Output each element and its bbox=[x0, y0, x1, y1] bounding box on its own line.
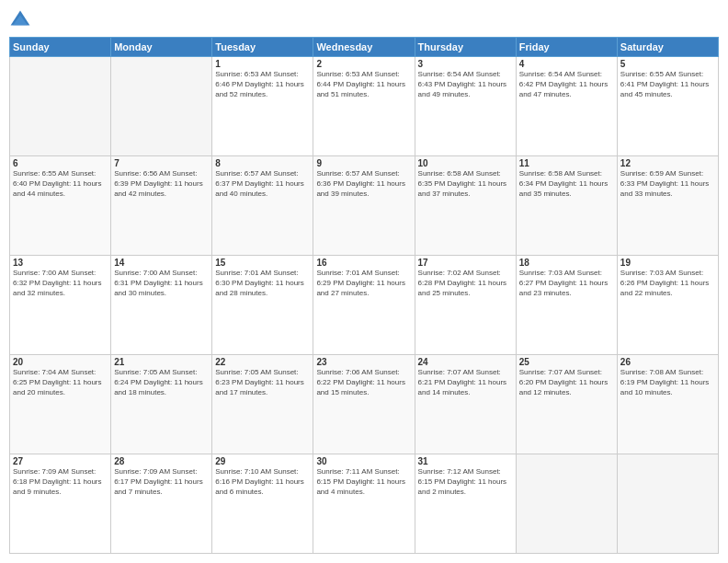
calendar-cell: 4Sunrise: 6:54 AM Sunset: 6:42 PM Daylig… bbox=[516, 57, 617, 156]
logo bbox=[9, 9, 35, 31]
day-detail: Sunrise: 7:02 AM Sunset: 6:28 PM Dayligh… bbox=[418, 269, 513, 298]
day-detail: Sunrise: 6:55 AM Sunset: 6:41 PM Dayligh… bbox=[620, 70, 715, 99]
day-detail: Sunrise: 6:55 AM Sunset: 6:40 PM Dayligh… bbox=[13, 169, 108, 199]
day-detail: Sunrise: 7:11 AM Sunset: 6:15 PM Dayligh… bbox=[316, 467, 411, 497]
day-number: 24 bbox=[418, 357, 513, 367]
day-detail: Sunrise: 6:59 AM Sunset: 6:33 PM Dayligh… bbox=[620, 169, 715, 199]
day-number: 23 bbox=[316, 357, 411, 367]
calendar-cell: 30Sunrise: 7:11 AM Sunset: 6:15 PM Dayli… bbox=[313, 454, 415, 554]
calendar-cell: 22Sunrise: 7:05 AM Sunset: 6:23 PM Dayli… bbox=[212, 355, 313, 454]
day-number: 30 bbox=[316, 456, 411, 466]
day-detail: Sunrise: 7:10 AM Sunset: 6:16 PM Dayligh… bbox=[215, 467, 310, 497]
day-number: 27 bbox=[13, 456, 108, 466]
calendar-cell: 19Sunrise: 7:03 AM Sunset: 6:26 PM Dayli… bbox=[617, 256, 718, 355]
day-number: 17 bbox=[418, 258, 513, 268]
calendar-cell bbox=[111, 57, 212, 156]
day-number: 10 bbox=[418, 158, 513, 168]
day-number: 4 bbox=[519, 59, 614, 69]
day-number: 18 bbox=[519, 258, 614, 268]
day-detail: Sunrise: 7:07 AM Sunset: 6:21 PM Dayligh… bbox=[418, 368, 513, 397]
day-number: 28 bbox=[114, 456, 209, 466]
calendar-cell: 21Sunrise: 7:05 AM Sunset: 6:24 PM Dayli… bbox=[111, 355, 212, 454]
day-number: 1 bbox=[215, 59, 310, 69]
day-detail: Sunrise: 7:05 AM Sunset: 6:24 PM Dayligh… bbox=[114, 368, 209, 397]
calendar-cell: 9Sunrise: 6:57 AM Sunset: 6:36 PM Daylig… bbox=[313, 156, 415, 256]
calendar-week-4: 20Sunrise: 7:04 AM Sunset: 6:25 PM Dayli… bbox=[10, 355, 719, 454]
day-detail: Sunrise: 6:54 AM Sunset: 6:43 PM Dayligh… bbox=[418, 70, 513, 99]
day-number: 8 bbox=[215, 158, 310, 168]
weekday-header-tuesday: Tuesday bbox=[212, 38, 313, 57]
day-detail: Sunrise: 6:54 AM Sunset: 6:42 PM Dayligh… bbox=[519, 70, 614, 99]
calendar-cell bbox=[617, 454, 718, 554]
day-detail: Sunrise: 7:12 AM Sunset: 6:15 PM Dayligh… bbox=[418, 467, 513, 497]
day-detail: Sunrise: 7:07 AM Sunset: 6:20 PM Dayligh… bbox=[519, 368, 614, 397]
day-detail: Sunrise: 7:06 AM Sunset: 6:22 PM Dayligh… bbox=[316, 368, 411, 397]
calendar-cell: 17Sunrise: 7:02 AM Sunset: 6:28 PM Dayli… bbox=[415, 256, 516, 355]
day-detail: Sunrise: 6:57 AM Sunset: 6:37 PM Dayligh… bbox=[215, 169, 310, 199]
calendar-cell: 24Sunrise: 7:07 AM Sunset: 6:21 PM Dayli… bbox=[415, 355, 516, 454]
day-detail: Sunrise: 7:00 AM Sunset: 6:32 PM Dayligh… bbox=[13, 269, 108, 298]
calendar-cell bbox=[10, 57, 111, 156]
day-detail: Sunrise: 6:58 AM Sunset: 6:34 PM Dayligh… bbox=[519, 169, 614, 199]
calendar-cell: 15Sunrise: 7:01 AM Sunset: 6:30 PM Dayli… bbox=[212, 256, 313, 355]
weekday-header-saturday: Saturday bbox=[617, 38, 718, 57]
calendar-cell: 12Sunrise: 6:59 AM Sunset: 6:33 PM Dayli… bbox=[617, 156, 718, 256]
day-detail: Sunrise: 7:01 AM Sunset: 6:29 PM Dayligh… bbox=[316, 269, 411, 298]
day-number: 31 bbox=[418, 456, 513, 466]
day-detail: Sunrise: 7:03 AM Sunset: 6:27 PM Dayligh… bbox=[519, 269, 614, 298]
weekday-header-monday: Monday bbox=[111, 38, 212, 57]
calendar-cell: 26Sunrise: 7:08 AM Sunset: 6:19 PM Dayli… bbox=[617, 355, 718, 454]
weekday-header-wednesday: Wednesday bbox=[313, 38, 415, 57]
day-number: 16 bbox=[316, 258, 411, 268]
day-number: 25 bbox=[519, 357, 614, 367]
calendar-cell: 10Sunrise: 6:58 AM Sunset: 6:35 PM Dayli… bbox=[415, 156, 516, 256]
calendar-cell: 8Sunrise: 6:57 AM Sunset: 6:37 PM Daylig… bbox=[212, 156, 313, 256]
weekday-header-sunday: Sunday bbox=[10, 38, 111, 57]
day-number: 13 bbox=[13, 258, 108, 268]
calendar-cell: 5Sunrise: 6:55 AM Sunset: 6:41 PM Daylig… bbox=[617, 57, 718, 156]
day-detail: Sunrise: 7:08 AM Sunset: 6:19 PM Dayligh… bbox=[620, 368, 715, 397]
calendar-cell: 11Sunrise: 6:58 AM Sunset: 6:34 PM Dayli… bbox=[516, 156, 617, 256]
day-number: 6 bbox=[13, 158, 108, 168]
calendar-cell: 25Sunrise: 7:07 AM Sunset: 6:20 PM Dayli… bbox=[516, 355, 617, 454]
day-detail: Sunrise: 7:09 AM Sunset: 6:17 PM Dayligh… bbox=[114, 467, 209, 497]
day-number: 21 bbox=[114, 357, 209, 367]
calendar-cell: 7Sunrise: 6:56 AM Sunset: 6:39 PM Daylig… bbox=[111, 156, 212, 256]
calendar-cell: 16Sunrise: 7:01 AM Sunset: 6:29 PM Dayli… bbox=[313, 256, 415, 355]
day-number: 14 bbox=[114, 258, 209, 268]
calendar-cell: 2Sunrise: 6:53 AM Sunset: 6:44 PM Daylig… bbox=[313, 57, 415, 156]
header bbox=[9, 9, 719, 31]
calendar-cell bbox=[516, 454, 617, 554]
day-detail: Sunrise: 6:53 AM Sunset: 6:44 PM Dayligh… bbox=[316, 70, 411, 99]
day-detail: Sunrise: 7:03 AM Sunset: 6:26 PM Dayligh… bbox=[620, 269, 715, 298]
day-detail: Sunrise: 6:53 AM Sunset: 6:46 PM Dayligh… bbox=[215, 70, 310, 99]
calendar-cell: 13Sunrise: 7:00 AM Sunset: 6:32 PM Dayli… bbox=[10, 256, 111, 355]
day-number: 15 bbox=[215, 258, 310, 268]
day-detail: Sunrise: 7:05 AM Sunset: 6:23 PM Dayligh… bbox=[215, 368, 310, 397]
calendar-week-2: 6Sunrise: 6:55 AM Sunset: 6:40 PM Daylig… bbox=[10, 156, 719, 256]
day-detail: Sunrise: 6:56 AM Sunset: 6:39 PM Dayligh… bbox=[114, 169, 209, 199]
calendar-cell: 27Sunrise: 7:09 AM Sunset: 6:18 PM Dayli… bbox=[10, 454, 111, 554]
day-number: 2 bbox=[316, 59, 411, 69]
logo-icon bbox=[9, 9, 31, 31]
day-detail: Sunrise: 7:01 AM Sunset: 6:30 PM Dayligh… bbox=[215, 269, 310, 298]
calendar-week-5: 27Sunrise: 7:09 AM Sunset: 6:18 PM Dayli… bbox=[10, 454, 719, 554]
weekday-header-friday: Friday bbox=[516, 38, 617, 57]
calendar-week-3: 13Sunrise: 7:00 AM Sunset: 6:32 PM Dayli… bbox=[10, 256, 719, 355]
day-number: 20 bbox=[13, 357, 108, 367]
day-detail: Sunrise: 7:04 AM Sunset: 6:25 PM Dayligh… bbox=[13, 368, 108, 397]
day-number: 11 bbox=[519, 158, 614, 168]
calendar-cell: 29Sunrise: 7:10 AM Sunset: 6:16 PM Dayli… bbox=[212, 454, 313, 554]
day-number: 5 bbox=[620, 59, 715, 69]
day-detail: Sunrise: 6:57 AM Sunset: 6:36 PM Dayligh… bbox=[316, 169, 411, 199]
day-number: 22 bbox=[215, 357, 310, 367]
day-detail: Sunrise: 6:58 AM Sunset: 6:35 PM Dayligh… bbox=[418, 169, 513, 199]
day-number: 29 bbox=[215, 456, 310, 466]
calendar-cell: 23Sunrise: 7:06 AM Sunset: 6:22 PM Dayli… bbox=[313, 355, 415, 454]
day-number: 12 bbox=[620, 158, 715, 168]
calendar-cell: 6Sunrise: 6:55 AM Sunset: 6:40 PM Daylig… bbox=[10, 156, 111, 256]
calendar-table: SundayMondayTuesdayWednesdayThursdayFrid… bbox=[9, 37, 719, 554]
calendar-cell: 1Sunrise: 6:53 AM Sunset: 6:46 PM Daylig… bbox=[212, 57, 313, 156]
day-number: 7 bbox=[114, 158, 209, 168]
weekday-header-thursday: Thursday bbox=[415, 38, 516, 57]
